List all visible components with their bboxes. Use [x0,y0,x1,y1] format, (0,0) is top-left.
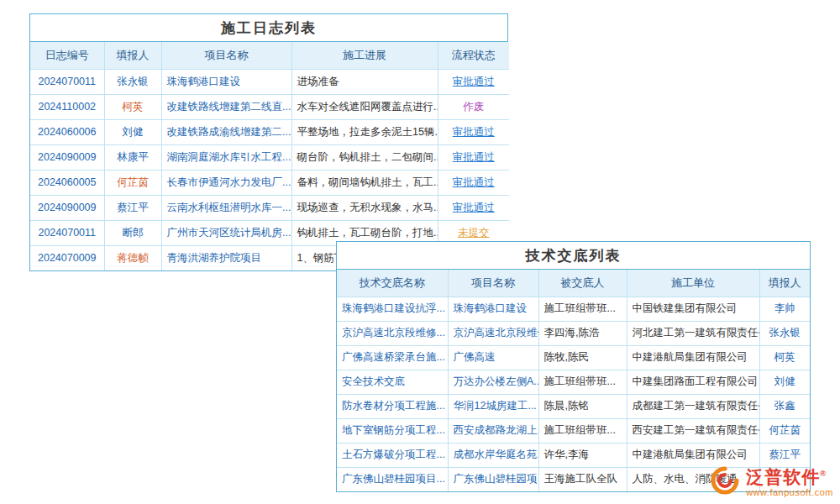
unit-cell: 西安建工第一建筑有限责任公司 [627,418,759,443]
reporter-cell: 刘健 [759,370,810,394]
progress-cell: 现场巡查，无积水现象，水马... [291,195,438,220]
id-cell: 2024110002 [30,94,104,119]
technical-disclosure-table: 技术交底名称项目名称被交底人施工单位填报人 珠海鹤港口建设抗浮...珠海鹤港口建… [337,270,810,491]
table-row[interactable]: 安全技术交底万达办公楼左侧A...施工班组带班...中建集团路面工程有限公司刘健 [337,370,810,394]
column-header-project: 项目名称 [448,270,538,297]
column-header-reporter: 填报人 [759,270,810,297]
reporter-cell: 刘健 [104,119,161,144]
project-cell: 万达办公楼左侧A... [448,370,538,394]
name-cell: 土石方爆破分项工程... [337,443,448,467]
name-cell: 安全技术交底 [337,370,448,394]
progress-cell: 备料，砌间墙钩机排土，瓦工... [291,170,438,195]
recipient-cell: 李四海,陈浩 [538,321,627,345]
fanpu-swirl-icon [710,465,740,499]
reporter-cell: 何芷茵 [759,418,810,443]
table-row[interactable]: 地下室钢筋分项工程...西安成都路龙湖上...施工班组带班...西安建工第一建筑… [337,418,810,443]
project-cell: 广东佛山碧桂园项目 [448,467,538,491]
project-cell: 京沪高速北京段维修 [448,321,538,345]
project-cell: 青海洪湖养护院项目 [161,245,291,270]
unit-cell: 成都建工第一建筑有限责任公司 [627,394,759,418]
column-header-progress: 施工进展 [291,42,438,69]
name-cell: 广佛高速桥梁承台施... [337,345,448,370]
project-cell: 改建铁路成渝线增建第二... [161,119,291,144]
name-cell: 防水卷材分项工程施... [337,394,448,418]
registered-mark: ® [820,470,827,478]
status-cell[interactable]: 审批通过 [438,195,509,220]
id-cell: 2024070011 [30,220,104,245]
construction-log-window: 施工日志列表 日志编号填报人项目名称施工进展流程状态 2024070011张永银… [29,13,508,271]
column-header-project: 项目名称 [161,42,291,69]
progress-cell: 进场准备 [291,69,438,94]
table-row[interactable]: 2024060005何芷茵长春市伊通河水力发电厂...备料，砌间墙钩机排土，瓦工… [30,170,509,195]
project-cell: 珠海鹤港口建设 [448,297,538,321]
status-cell[interactable]: 审批通过 [438,170,509,195]
technical-disclosure-window: 技术交底列表 技术交底名称项目名称被交底人施工单位填报人 珠海鹤港口建设抗浮..… [336,241,811,492]
table-header-row: 日志编号填报人项目名称施工进展流程状态 [30,42,509,69]
column-header-id: 日志编号 [30,42,104,69]
brand-name: 泛普软件® [746,467,833,487]
reporter-cell: 张永银 [104,69,161,94]
recipient-cell: 施工班组带班... [538,418,627,443]
table-row[interactable]: 土石方爆破分项工程...成都水岸华庭名苑...许华,李海中建港航局集团有限公司蔡… [337,443,810,467]
table-row[interactable]: 京沪高速北京段维修...京沪高速北京段维修李四海,陈浩河北建工第一建筑有限责任公… [337,321,810,345]
progress-cell: 平整场地，拉走多余泥土15辆... [291,119,438,144]
recipient-cell: 陈晨,陈铭 [538,394,627,418]
reporter-cell: 柯英 [104,94,161,119]
reporter-cell: 柯英 [759,345,810,370]
id-cell: 2024060006 [30,119,104,144]
id-cell: 2024070011 [30,69,104,94]
recipient-cell: 王海施工队全队 [538,467,627,491]
id-cell: 2024060005 [30,170,104,195]
table-row[interactable]: 2024090009林康平湖南洞庭湖水库引水工程...砌台阶，钩机排土，二包砌间… [30,144,509,170]
table-row[interactable]: 2024110002柯英改建铁路线增建第二线直...水车对全线遮阳网覆盖点进行.… [30,94,509,119]
status-cell[interactable]: 作废 [438,94,509,119]
reporter-cell: 蔡江平 [104,195,161,220]
name-cell: 京沪高速北京段维修... [337,321,448,345]
project-cell: 云南水利枢纽潜明水库一... [161,195,291,220]
fanpu-logo: 泛普软件® www.fanpusoft.com [710,465,833,499]
reporter-cell: 李帅 [759,297,810,321]
column-header-recipient: 被交底人 [538,270,627,297]
id-cell: 2024070009 [30,245,104,270]
project-cell: 长春市伊通河水力发电厂... [161,170,291,195]
status-cell[interactable]: 审批通过 [438,144,509,170]
project-cell: 华润12城房建工... [448,394,538,418]
project-cell: 湖南洞庭湖水库引水工程... [161,144,291,170]
recipient-cell: 施工班组带班... [538,370,627,394]
project-cell: 珠海鹤港口建设 [161,69,291,94]
window-title: 技术交底列表 [337,242,810,270]
project-cell: 西安成都路龙湖上... [448,418,538,443]
table-row[interactable]: 防水卷材分项工程施...华润12城房建工...陈晨,陈铭成都建工第一建筑有限责任… [337,394,810,418]
unit-cell: 中国铁建集团有限公司 [627,297,759,321]
reporter-cell: 何芷茵 [104,170,161,195]
column-header-status: 流程状态 [438,42,509,69]
recipient-cell: 许华,李海 [538,443,627,467]
project-cell: 广州市天河区统计局机房... [161,220,291,245]
recipient-cell: 陈牧,陈民 [538,345,627,370]
window-title: 施工日志列表 [30,14,507,42]
reporter-cell: 蔡江平 [759,443,810,467]
table-row[interactable]: 2024060006刘健改建铁路成渝线增建第二...平整场地，拉走多余泥土15辆… [30,119,509,144]
status-cell[interactable]: 审批通过 [438,69,509,94]
brand-url: www.fanpusoft.com [746,487,833,498]
name-cell: 地下室钢筋分项工程... [337,418,448,443]
reporter-cell: 林康平 [104,144,161,170]
table-row[interactable]: 珠海鹤港口建设抗浮...珠海鹤港口建设施工班组带班...中国铁建集团有限公司李帅 [337,297,810,321]
unit-cell: 中建港航局集团有限公司 [627,345,759,370]
status-cell[interactable]: 审批通过 [438,119,509,144]
column-header-reporter: 填报人 [104,42,161,69]
unit-cell: 河北建工第一建筑有限责任公司 [627,321,759,345]
reporter-cell: 断郎 [104,220,161,245]
progress-cell: 水车对全线遮阳网覆盖点进行... [291,94,438,119]
name-cell: 珠海鹤港口建设抗浮... [337,297,448,321]
table-row[interactable]: 2024070011张永银珠海鹤港口建设进场准备审批通过 [30,69,509,94]
column-header-unit: 施工单位 [627,270,759,297]
id-cell: 2024090009 [30,195,104,220]
project-cell: 改建铁路线增建第二线直... [161,94,291,119]
reporter-cell: 张永银 [759,321,810,345]
project-cell: 广佛高速 [448,345,538,370]
progress-cell: 砌台阶，钩机排土，二包砌间... [291,144,438,170]
table-row[interactable]: 2024090009蔡江平云南水利枢纽潜明水库一...现场巡查，无积水现象，水马… [30,195,509,220]
id-cell: 2024090009 [30,144,104,170]
table-row[interactable]: 广佛高速桥梁承台施...广佛高速陈牧,陈民中建港航局集团有限公司柯英 [337,345,810,370]
